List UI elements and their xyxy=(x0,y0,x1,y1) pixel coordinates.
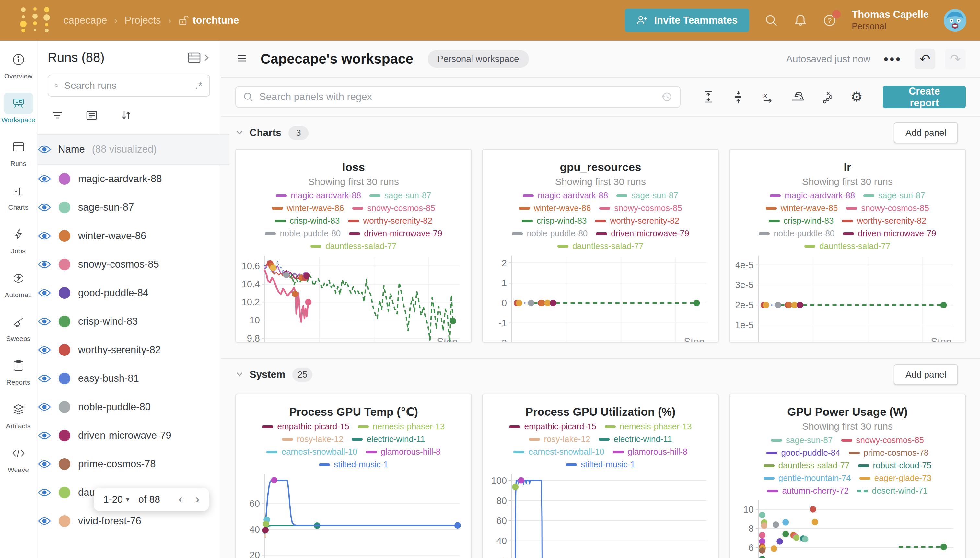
smoothing-iron-icon[interactable] xyxy=(791,90,805,104)
sidebar-item-jobs[interactable]: Jobs xyxy=(0,224,37,268)
run-name[interactable]: crisp-wind-83 xyxy=(78,316,138,327)
legend-item[interactable]: eager-glade-73 xyxy=(859,473,931,483)
legend-item[interactable]: sage-sun-87 xyxy=(863,190,925,200)
run-name[interactable]: worthy-serenity-82 xyxy=(78,344,161,356)
eye-visibility-icon[interactable] xyxy=(38,260,51,269)
chart-plot-area[interactable]: 204060Time (minutes) xyxy=(242,472,465,558)
run-color-dot[interactable] xyxy=(59,287,70,299)
legend-item[interactable]: dauntless-salad-77 xyxy=(804,241,891,251)
legend-item[interactable]: prime-cosmos-78 xyxy=(849,448,929,458)
charts-section-label[interactable]: Charts xyxy=(250,127,281,139)
legend-item[interactable]: snowy-cosmos-85 xyxy=(841,435,924,445)
legend-item[interactable]: rosy-lake-12 xyxy=(282,434,343,444)
run-row[interactable]: crisp-wind-83 xyxy=(28,307,230,336)
legend-item[interactable]: snowy-cosmos-85 xyxy=(599,203,682,213)
legend-item[interactable]: worthy-serenity-82 xyxy=(595,216,679,226)
panel-search-input[interactable] xyxy=(259,91,656,103)
legend-item[interactable]: magic-aardvark-88 xyxy=(523,190,608,200)
legend-item[interactable]: rosy-lake-12 xyxy=(529,434,590,444)
run-row[interactable]: easy-bush-81 xyxy=(28,364,230,393)
legend-item[interactable]: electric-wind-11 xyxy=(599,434,672,444)
legend-item[interactable]: magic-aardvark-88 xyxy=(276,190,361,200)
group-list-icon[interactable] xyxy=(85,109,98,123)
overflow-menu-icon[interactable]: ●●● xyxy=(883,54,901,64)
invite-teammates-button[interactable]: Invite Teammates xyxy=(625,9,749,32)
help-icon[interactable]: ? xyxy=(822,13,837,28)
expand-panels-icon[interactable] xyxy=(701,90,716,104)
run-name[interactable]: good-puddle-84 xyxy=(78,287,148,299)
name-column-label[interactable]: Name xyxy=(58,144,85,155)
legend-item[interactable]: magic-aardvark-88 xyxy=(770,190,855,200)
run-row[interactable]: noble-puddle-80 xyxy=(28,393,230,421)
legend-item[interactable]: driven-microwave-79 xyxy=(843,228,936,238)
sidebar-item-runs[interactable]: Runs xyxy=(0,136,37,180)
search-icon[interactable] xyxy=(764,13,778,28)
run-name[interactable]: winter-wave-86 xyxy=(78,230,146,242)
legend-item[interactable]: dauntless-salad-77 xyxy=(310,241,397,251)
run-name[interactable]: driven-microwave-79 xyxy=(78,430,171,441)
eye-visibility-icon[interactable] xyxy=(38,289,51,297)
legend-item[interactable]: sage-sun-87 xyxy=(771,435,833,445)
legend-item[interactable]: empathic-picard-15 xyxy=(509,422,596,432)
create-report-button[interactable]: Create report xyxy=(883,85,966,108)
legend-item[interactable]: sage-sun-87 xyxy=(369,190,431,200)
breadcrumb-entity[interactable]: capecape xyxy=(64,15,107,26)
eye-visibility-icon[interactable] xyxy=(38,374,51,383)
run-color-dot[interactable] xyxy=(59,259,70,270)
run-color-dot[interactable] xyxy=(59,344,70,356)
x-axis-settings-icon[interactable]: x xyxy=(761,90,775,104)
legend-item[interactable]: autumn-cherry-72 xyxy=(767,486,849,496)
run-color-dot[interactable] xyxy=(59,430,70,441)
run-row[interactable]: driven-microwave-79 xyxy=(28,421,230,450)
chart-panel-lr[interactable]: lrShowing first 30 runsmagic-aardvark-88… xyxy=(729,149,966,343)
run-name[interactable]: vivid-forest-76 xyxy=(78,515,141,527)
legend-item[interactable]: winter-wave-86 xyxy=(519,203,591,213)
runs-table-icon[interactable] xyxy=(187,52,201,64)
run-color-dot[interactable] xyxy=(59,515,70,527)
sidebar-item-overview[interactable]: Overview xyxy=(0,49,37,93)
sidebar-item-reports[interactable]: Reports xyxy=(0,355,37,399)
legend-item[interactable]: crisp-wind-83 xyxy=(769,216,834,226)
run-row[interactable]: snowy-cosmos-85 xyxy=(28,250,230,279)
system-section-label[interactable]: System xyxy=(250,369,285,381)
run-row[interactable]: winter-wave-86 xyxy=(28,222,230,250)
prev-page-button[interactable]: ‹ xyxy=(179,492,182,506)
run-color-dot[interactable] xyxy=(59,373,70,384)
run-color-dot[interactable] xyxy=(59,458,70,470)
legend-item[interactable]: noble-puddle-80 xyxy=(265,228,341,238)
outliers-scatter-icon[interactable] xyxy=(821,90,835,104)
settings-gear-icon[interactable]: ⚙ xyxy=(850,90,865,104)
undo-button[interactable]: ↶ xyxy=(914,49,935,69)
legend-item[interactable]: earnest-snowball-10 xyxy=(266,447,357,457)
search-history-icon[interactable] xyxy=(661,91,673,103)
eye-visibility-icon[interactable] xyxy=(38,145,51,154)
legend-item[interactable]: snowy-cosmos-85 xyxy=(846,203,929,213)
run-color-dot[interactable] xyxy=(59,202,70,213)
legend-item[interactable]: driven-microwave-79 xyxy=(596,228,689,238)
legend-item[interactable]: driven-microwave-79 xyxy=(349,228,442,238)
legend-item[interactable]: glamorous-hill-8 xyxy=(613,447,688,457)
run-row[interactable]: good-puddle-84 xyxy=(28,279,230,307)
legend-item[interactable]: earnest-snowball-10 xyxy=(513,447,604,457)
eye-visibility-icon[interactable] xyxy=(38,402,51,412)
run-color-dot[interactable] xyxy=(59,401,70,413)
chart-plot-area[interactable]: 0501001509.81010.210.410.6Step xyxy=(242,254,465,342)
run-row[interactable]: magic-aardvark-88 xyxy=(28,165,230,193)
eye-visibility-icon[interactable] xyxy=(38,345,51,354)
chart-panel-gpu-power-usage-w[interactable]: GPU Power Usage (W)Showing first 30 runs… xyxy=(729,394,966,558)
eye-visibility-icon[interactable] xyxy=(38,203,51,212)
chart-plot-area[interactable]: 05010015001e-52e-53e-54e-5Step xyxy=(735,254,959,342)
notifications-bell-icon[interactable] xyxy=(793,13,808,28)
filter-icon[interactable] xyxy=(51,109,64,123)
legend-item[interactable]: dauntless-salad-77 xyxy=(763,460,850,471)
legend-item[interactable]: gentle-mountain-74 xyxy=(763,473,851,483)
legend-item[interactable]: nemesis-phaser-13 xyxy=(605,422,692,432)
sidebar-item-charts[interactable]: Charts xyxy=(0,180,37,224)
run-name[interactable]: sage-sun-87 xyxy=(78,202,134,213)
collapse-panels-icon[interactable] xyxy=(731,90,745,104)
eye-visibility-icon[interactable] xyxy=(38,317,51,326)
sort-icon[interactable] xyxy=(120,109,133,123)
eye-visibility-icon[interactable] xyxy=(38,488,51,497)
run-name[interactable]: easy-bush-81 xyxy=(78,373,139,384)
page-range-dropdown[interactable]: 1-20 ▾ xyxy=(103,494,129,505)
